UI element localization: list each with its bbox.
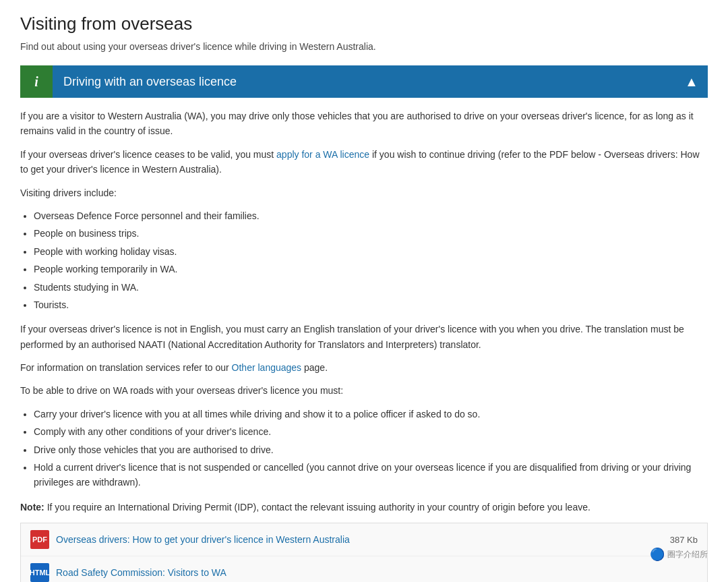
content-body: If you are a visitor to Western Australi… bbox=[20, 109, 708, 515]
paragraph-3: If your overseas driver's licence is not… bbox=[20, 322, 708, 352]
list-item: Carry your driver's licence with you at … bbox=[34, 407, 708, 421]
info-icon: i bbox=[34, 74, 38, 90]
requirements-list: Carry your driver's licence with you at … bbox=[34, 407, 708, 490]
accordion-header[interactable]: i Driving with an overseas licence ▲ bbox=[20, 65, 708, 98]
note-label: Note: bbox=[20, 502, 44, 513]
page-subtitle: Find out about using your overseas drive… bbox=[20, 41, 708, 52]
note-text: If you require an International Driving … bbox=[44, 502, 590, 513]
paragraph-2: If your overseas driver's licence ceases… bbox=[20, 147, 708, 177]
html-icon: HTML bbox=[30, 563, 49, 582]
list-item: Hold a current driver's licence that is … bbox=[34, 460, 708, 490]
list-item: Overseas Defence Force personnel and the… bbox=[34, 208, 708, 223]
visiting-intro: Visiting drivers include: bbox=[20, 185, 708, 200]
list-item: Comply with any other conditions of your… bbox=[34, 424, 708, 439]
list-item: People on business trips. bbox=[34, 226, 708, 241]
watermark: 🔵 圈字介绍所 bbox=[650, 547, 708, 562]
file-list: PDF Overseas drivers: How to get your dr… bbox=[20, 523, 708, 582]
list-item: People working temporarily in WA. bbox=[34, 262, 708, 277]
file-item-html: HTML Road Safety Commission: Visitors to… bbox=[21, 556, 707, 582]
para2-before: If your overseas driver's licence ceases… bbox=[20, 149, 276, 160]
paragraph-4: For information on translation services … bbox=[20, 360, 708, 375]
file-item-pdf: PDF Overseas drivers: How to get your dr… bbox=[21, 523, 707, 556]
chevron-up-icon: ▲ bbox=[675, 65, 708, 98]
pdf-size: 387 Kb bbox=[670, 535, 698, 545]
list-item: Tourists. bbox=[34, 297, 708, 312]
note-paragraph: Note: If you require an International Dr… bbox=[20, 500, 708, 515]
paragraph-1: If you are a visitor to Western Australi… bbox=[20, 109, 708, 139]
list-item: Students studying in WA. bbox=[34, 280, 708, 295]
wa-licence-link[interactable]: apply for a WA licence bbox=[276, 149, 369, 160]
list-item: People with working holiday visas. bbox=[34, 244, 708, 259]
html-link[interactable]: Road Safety Commission: Visitors to WA bbox=[56, 567, 691, 578]
page-title: Visiting from overseas bbox=[20, 13, 708, 34]
paragraph-5: To be able to drive on WA roads with you… bbox=[20, 383, 708, 398]
watermark-text: 圈字介绍所 bbox=[667, 549, 708, 560]
para4-before: For information on translation services … bbox=[20, 362, 232, 373]
pdf-icon: PDF bbox=[30, 530, 49, 549]
para4-after: page. bbox=[301, 362, 328, 373]
accordion-icon-box: i bbox=[20, 65, 53, 98]
visiting-list: Overseas Defence Force personnel and the… bbox=[34, 208, 708, 312]
accordion-title: Driving with an overseas licence bbox=[53, 67, 675, 97]
other-languages-link[interactable]: Other languages bbox=[232, 362, 302, 373]
pdf-link[interactable]: Overseas drivers: How to get your driver… bbox=[56, 534, 663, 545]
list-item: Drive only those vehicles that you are a… bbox=[34, 442, 708, 457]
